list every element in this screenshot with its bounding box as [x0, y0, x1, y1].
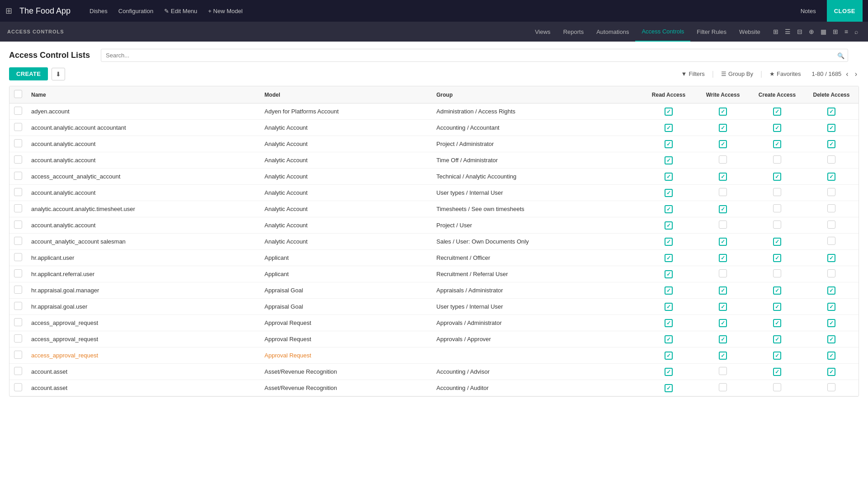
unchecked-icon[interactable]	[827, 237, 835, 245]
nav-filter-rules[interactable]: Filter Rules	[690, 22, 733, 42]
row-create-access[interactable]	[750, 152, 804, 169]
row-read-access[interactable]: ✓	[642, 266, 696, 282]
row-write-access[interactable]: ✓	[696, 299, 750, 315]
nav-configuration[interactable]: Configuration	[114, 5, 158, 17]
checked-icon[interactable]: ✓	[665, 368, 673, 376]
row-checkbox[interactable]	[14, 318, 22, 326]
row-create-access[interactable]	[750, 266, 804, 282]
checked-icon[interactable]: ✓	[773, 368, 781, 376]
checked-icon[interactable]: ✓	[827, 319, 835, 327]
row-checkbox-cell[interactable]	[9, 185, 27, 201]
checked-icon[interactable]: ✓	[773, 140, 781, 148]
row-checkbox-cell[interactable]	[9, 380, 27, 396]
row-write-access[interactable]	[696, 380, 750, 396]
row-name[interactable]: access_approval_request	[27, 315, 260, 331]
row-name[interactable]: account.analytic.account	[27, 136, 260, 152]
row-write-access[interactable]: ✓	[696, 282, 750, 299]
checked-icon[interactable]: ✓	[665, 238, 673, 246]
row-delete-access[interactable]	[804, 152, 859, 169]
row-checkbox-cell[interactable]	[9, 136, 27, 152]
checked-icon[interactable]: ✓	[827, 286, 835, 295]
row-checkbox[interactable]	[14, 155, 22, 164]
row-delete-access[interactable]	[804, 380, 859, 396]
row-create-access[interactable]: ✓	[750, 299, 804, 315]
row-checkbox[interactable]	[14, 188, 22, 196]
row-checkbox-cell[interactable]	[9, 201, 27, 217]
row-checkbox[interactable]	[14, 107, 22, 115]
unchecked-icon[interactable]	[773, 188, 781, 196]
checked-icon[interactable]: ✓	[665, 384, 673, 392]
row-create-access[interactable]: ✓	[750, 315, 804, 331]
checked-icon[interactable]: ✓	[773, 303, 781, 311]
row-checkbox-cell[interactable]	[9, 120, 27, 136]
prev-page-button[interactable]: ‹	[844, 69, 850, 79]
row-name[interactable]: account.analytic.account	[27, 185, 260, 201]
checked-icon[interactable]: ✓	[773, 286, 781, 295]
row-checkbox[interactable]	[14, 286, 22, 294]
row-name[interactable]: analytic.account.analytic.timesheet.user	[27, 201, 260, 217]
checked-icon[interactable]: ✓	[665, 108, 673, 116]
unchecked-icon[interactable]	[773, 269, 781, 277]
checked-icon[interactable]: ✓	[827, 303, 835, 311]
checked-icon[interactable]: ✓	[827, 352, 835, 360]
unchecked-icon[interactable]	[827, 204, 835, 212]
row-delete-access[interactable]	[804, 217, 859, 234]
row-read-access[interactable]: ✓	[642, 201, 696, 217]
row-read-access[interactable]: ✓	[642, 347, 696, 364]
row-checkbox-cell[interactable]	[9, 315, 27, 331]
checked-icon[interactable]: ✓	[719, 254, 727, 262]
row-checkbox-cell[interactable]	[9, 152, 27, 169]
checked-icon[interactable]: ✓	[827, 124, 835, 132]
checked-icon[interactable]: ✓	[773, 335, 781, 343]
groupby-button[interactable]: ☰ Group By	[721, 70, 753, 77]
row-name[interactable]: access_account_analytic_account	[27, 169, 260, 185]
checked-icon[interactable]: ✓	[827, 140, 835, 148]
row-write-access[interactable]: ✓	[696, 169, 750, 185]
checked-icon[interactable]: ✓	[827, 108, 835, 116]
checked-icon[interactable]: ✓	[719, 352, 727, 360]
unchecked-icon[interactable]	[827, 188, 835, 196]
row-name[interactable]: account.asset	[27, 380, 260, 396]
search-input[interactable]	[101, 49, 848, 62]
row-checkbox-cell[interactable]	[9, 347, 27, 364]
checked-icon[interactable]: ✓	[665, 303, 673, 311]
checked-icon[interactable]: ✓	[719, 335, 727, 343]
next-page-button[interactable]: ›	[853, 69, 859, 79]
row-read-access[interactable]: ✓	[642, 380, 696, 396]
download-button[interactable]: ⬇	[52, 68, 65, 80]
row-create-access[interactable]	[750, 201, 804, 217]
search-icon[interactable]: 🔍	[837, 52, 844, 59]
checked-icon[interactable]: ✓	[773, 124, 781, 132]
checked-icon[interactable]: ✓	[665, 270, 673, 278]
row-create-access[interactable]: ✓	[750, 120, 804, 136]
row-create-access[interactable]	[750, 217, 804, 234]
row-create-access[interactable]: ✓	[750, 103, 804, 120]
row-write-access[interactable]	[696, 266, 750, 282]
row-create-access[interactable]: ✓	[750, 136, 804, 152]
row-checkbox-cell[interactable]	[9, 234, 27, 250]
row-delete-access[interactable]: ✓	[804, 299, 859, 315]
row-read-access[interactable]: ✓	[642, 185, 696, 201]
row-read-access[interactable]: ✓	[642, 103, 696, 120]
row-create-access[interactable]: ✓	[750, 364, 804, 380]
row-write-access[interactable]: ✓	[696, 234, 750, 250]
nav-dishes[interactable]: Dishes	[85, 5, 112, 17]
unchecked-icon[interactable]	[773, 155, 781, 164]
nav-views[interactable]: Views	[528, 22, 557, 42]
row-write-access[interactable]	[696, 152, 750, 169]
nav-website[interactable]: Website	[733, 22, 767, 42]
row-write-access[interactable]: ✓	[696, 347, 750, 364]
row-write-access[interactable]: ✓	[696, 120, 750, 136]
row-checkbox[interactable]	[14, 204, 22, 212]
close-button[interactable]: CLOSE	[827, 0, 863, 22]
row-delete-access[interactable]	[804, 266, 859, 282]
row-delete-access[interactable]: ✓	[804, 250, 859, 266]
checked-icon[interactable]: ✓	[719, 303, 727, 311]
row-delete-access[interactable]: ✓	[804, 364, 859, 380]
row-read-access[interactable]: ✓	[642, 120, 696, 136]
row-create-access[interactable]: ✓	[750, 282, 804, 299]
checked-icon[interactable]: ✓	[665, 189, 673, 197]
row-name[interactable]: account.analytic.account accountant	[27, 120, 260, 136]
row-read-access[interactable]: ✓	[642, 234, 696, 250]
row-model[interactable]: Approval Request	[260, 347, 432, 364]
